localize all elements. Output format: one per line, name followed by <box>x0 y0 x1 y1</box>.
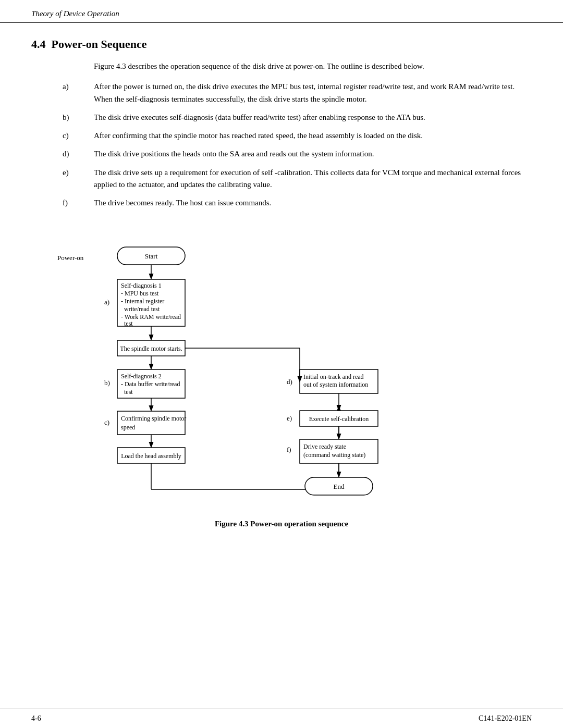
list-label-f: f) <box>63 197 94 209</box>
list-item-f: f) The drive becomes ready. The host can… <box>63 197 532 209</box>
initial-ontrack-node: Initial on-track and read <box>303 373 364 380</box>
list-text-f: The drive becomes ready. The host can is… <box>94 197 532 209</box>
page-footer: 4-6 C141-E202-01EN <box>0 709 563 728</box>
power-on-label: Power-on <box>57 254 84 262</box>
label-c: c) <box>104 418 109 426</box>
list-label-c: c) <box>63 130 94 142</box>
drive-ready-node: Drive ready state <box>303 443 346 450</box>
list-label-e: e) <box>63 167 94 191</box>
list-text-b: The disk drive executes self-diagnosis (… <box>94 112 532 124</box>
list-text-d: The disk drive positions the heads onto … <box>94 148 532 160</box>
label-f: f) <box>287 446 291 453</box>
svg-text:(command waiting state): (command waiting state) <box>303 451 365 459</box>
footer-right: C141-E202-01EN <box>479 714 532 723</box>
label-a: a) <box>104 298 109 306</box>
list-item-d: d) The disk drive positions the heads on… <box>63 148 532 160</box>
self-diag2-node: Self-diagnosis 2 <box>121 373 162 380</box>
list-text-a: After the power is turned on, the disk d… <box>94 81 532 105</box>
label-d: d) <box>287 378 292 386</box>
list-label-d: d) <box>63 148 94 160</box>
svg-text:- Internal register: - Internal register <box>121 298 164 305</box>
page: Theory of Device Operation 4.4 Power-on … <box>0 0 563 728</box>
footer-left: 4-6 <box>31 714 41 723</box>
list-item-a: a) After the power is turned on, the dis… <box>63 81 532 105</box>
label-e: e) <box>287 414 292 422</box>
svg-text:- Work RAM write/read: - Work RAM write/read <box>121 313 181 320</box>
execute-selfcal-node: Execute self-calibration <box>309 415 369 423</box>
confirming-node: Confirming spindle motor <box>121 415 186 422</box>
list-text-c: After confirming that the spindle motor … <box>94 130 532 142</box>
flowchart-svg: Power-on Start Self-diagnosis 1 - MPU bu… <box>31 224 532 515</box>
load-head-node: Load the head assembly <box>121 452 181 460</box>
list-label-b: b) <box>63 112 94 124</box>
intro-paragraph: Figure 4.3 describes the operation seque… <box>94 60 532 72</box>
flowchart-diagram: Power-on Start Self-diagnosis 1 - MPU bu… <box>31 224 532 515</box>
list-item-e: e) The disk drive sets up a requirement … <box>63 167 532 191</box>
section-title: 4.4 Power-on Sequence <box>31 38 532 51</box>
page-header: Theory of Device Operation <box>0 0 563 23</box>
svg-text:write/read test: write/read test <box>124 305 160 313</box>
label-b: b) <box>104 379 110 387</box>
self-diag1-node: Self-diagnosis 1 <box>121 282 162 289</box>
list-item-b: b) The disk drive executes self-diagnosi… <box>63 112 532 124</box>
spindle-starts-node: The spindle motor starts. <box>120 345 182 352</box>
svg-text:out of system information: out of system information <box>303 381 368 388</box>
end-node: End <box>334 483 345 490</box>
list-label-a: a) <box>63 81 94 105</box>
page-content: 4.4 Power-on Sequence Figure 4.3 describ… <box>0 23 563 560</box>
header-text: Theory of Device Operation <box>31 9 119 18</box>
svg-text:speed: speed <box>121 424 135 431</box>
svg-text:test: test <box>124 388 133 396</box>
list-item-c: c) After confirming that the spindle mot… <box>63 130 532 142</box>
list-text-e: The disk drive sets up a requirement for… <box>94 167 532 191</box>
figure-caption: Figure 4.3 Power-on operation sequence <box>31 520 532 528</box>
svg-text:test: test <box>124 320 133 327</box>
svg-text:- Data buffer write/read: - Data buffer write/read <box>121 380 180 388</box>
svg-text:- MPU bus test: - MPU bus test <box>121 290 159 297</box>
start-node: Start <box>145 252 158 260</box>
